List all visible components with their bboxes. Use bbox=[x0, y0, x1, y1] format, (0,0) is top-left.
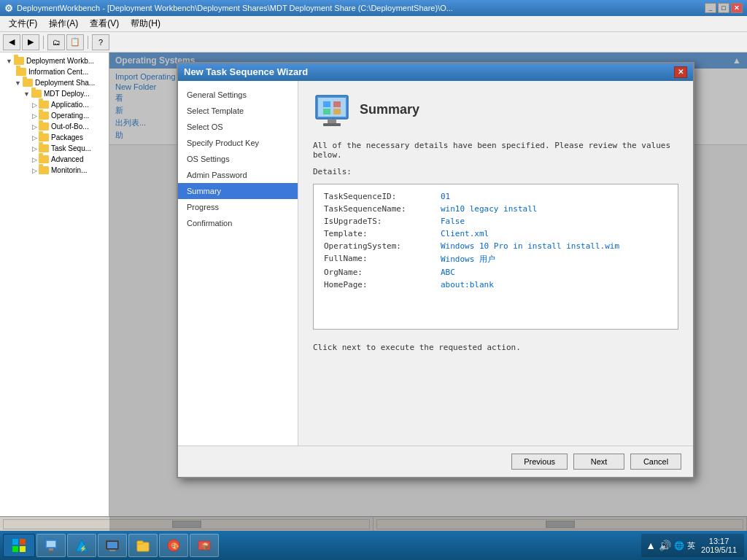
svg-text:📦: 📦 bbox=[201, 542, 210, 551]
summary-intro-text: All of the necessary details have been s… bbox=[313, 141, 678, 160]
pc-icon bbox=[313, 93, 348, 128]
detail-label-operating-system: OperatingSystem: bbox=[324, 241, 441, 251]
action2-button[interactable]: 📋 bbox=[66, 34, 84, 50]
back-button[interactable]: ◀ bbox=[3, 34, 20, 50]
window-title: DeploymentWorkbench - [Deployment Workbe… bbox=[17, 4, 705, 12]
wizard-nav-os-settings[interactable]: OS Settings bbox=[178, 151, 298, 167]
modal-overlay: New Task Sequence Wizard ✕ General Setti… bbox=[109, 52, 747, 531]
taskbar-app-1[interactable] bbox=[36, 534, 66, 557]
wizard-nav-progress[interactable]: Progress bbox=[178, 199, 298, 215]
tree-item-task-sequences[interactable]: ▷ Task Sequ... bbox=[0, 143, 109, 154]
wizard-nav-specify-product-key[interactable]: Specify Product Key bbox=[178, 135, 298, 151]
tree-item-deployment-shares[interactable]: ▼ Deployment Sha... bbox=[0, 77, 109, 88]
menu-file[interactable]: 文件(F) bbox=[3, 16, 43, 31]
tree-item-applications[interactable]: ▷ Applicatio... bbox=[0, 99, 109, 110]
start-button[interactable] bbox=[3, 534, 35, 557]
svg-rect-13 bbox=[47, 541, 55, 547]
detail-value-operating-system: Windows 10 Pro in install install.wim bbox=[441, 241, 619, 251]
detail-value-home-page: about:blank bbox=[441, 280, 494, 289]
maximize-button[interactable]: □ bbox=[718, 3, 729, 13]
tree-monitoring-label: Monitorin... bbox=[51, 166, 87, 174]
tree-operating-systems-label: Operating... bbox=[51, 112, 89, 120]
tray-network-icon[interactable]: 🌐 bbox=[674, 541, 684, 551]
detail-value-task-sequence-id: 01 bbox=[441, 192, 450, 201]
svg-rect-1 bbox=[318, 98, 346, 117]
help-button[interactable]: ? bbox=[92, 34, 109, 50]
tree-task-sequences-label: Task Sequ... bbox=[51, 144, 91, 152]
tree-advanced-label: Advanced bbox=[51, 155, 83, 163]
tree-root-label: Deployment Workb... bbox=[26, 57, 94, 65]
detail-row-template: Template: Client.xml bbox=[324, 229, 667, 238]
tree-item-advanced[interactable]: ▷ Advanced bbox=[0, 154, 109, 165]
forward-button[interactable]: ▶ bbox=[22, 34, 39, 50]
menu-view[interactable]: 查看(V) bbox=[84, 16, 125, 31]
close-button[interactable]: ✕ bbox=[731, 3, 743, 13]
detail-label-template: Template: bbox=[324, 229, 441, 238]
svg-rect-20 bbox=[109, 550, 115, 551]
tree-item-operating-systems[interactable]: ▷ Operating... bbox=[0, 110, 109, 121]
wizard-nav-confirmation[interactable]: Confirmation bbox=[178, 215, 298, 231]
detail-label-is-upgrade-ts: IsUpgradeTS: bbox=[324, 217, 441, 226]
menu-bar: 文件(F) 操作(A) 查看(V) 帮助(H) bbox=[0, 16, 747, 32]
taskbar-tray: ▲ 🔊 🌐 英 13:17 2019/5/11 bbox=[641, 534, 744, 557]
title-bar: ⚙ DeploymentWorkbench - [Deployment Work… bbox=[0, 0, 747, 16]
svg-rect-14 bbox=[49, 548, 53, 551]
taskbar-app-5[interactable]: 🎨 bbox=[159, 534, 188, 557]
next-button[interactable]: Next bbox=[573, 454, 624, 470]
details-label: Details: bbox=[313, 167, 678, 176]
wizard-nav-summary[interactable]: Summary bbox=[178, 183, 298, 199]
menu-help[interactable]: 帮助(H) bbox=[125, 16, 166, 31]
detail-label-org-name: OrgName: bbox=[324, 268, 441, 277]
detail-row-task-sequence-name: TaskSequenceName: win10 legacy install bbox=[324, 204, 667, 214]
svg-text:🎨: 🎨 bbox=[171, 542, 179, 551]
footer-text: Click next to execute the requested acti… bbox=[313, 343, 678, 352]
detail-label-task-sequence-id: TaskSequenceID: bbox=[324, 192, 441, 201]
clock-date: 2019/5/11 bbox=[701, 545, 737, 554]
tree-item-info-center[interactable]: Information Cent... bbox=[0, 66, 109, 77]
wizard-nav-admin-password[interactable]: Admin Password bbox=[178, 167, 298, 183]
tree-info-center-label: Information Cent... bbox=[28, 68, 88, 76]
tree-item-out-of-box[interactable]: ▷ Out-of-Bo... bbox=[0, 121, 109, 132]
taskbar-app-4[interactable] bbox=[128, 534, 158, 557]
wizard-dialog: New Task Sequence Wizard ✕ General Setti… bbox=[177, 62, 694, 478]
action1-button[interactable]: 🗂 bbox=[47, 34, 65, 50]
svg-rect-3 bbox=[323, 123, 341, 126]
app-icon: ⚙ bbox=[4, 3, 13, 14]
taskbar: ⚡ 🎨 📦 ▲ 🔊 🌐 英 13:17 2019 bbox=[0, 531, 747, 560]
svg-rect-6 bbox=[323, 109, 330, 114]
previous-button[interactable]: Previous bbox=[511, 454, 568, 470]
clock-time: 13:17 bbox=[701, 537, 737, 545]
detail-value-template: Client.xml bbox=[441, 229, 489, 238]
svg-rect-19 bbox=[107, 542, 117, 548]
main-layout: ▼ Deployment Workb... Information Cent..… bbox=[0, 52, 747, 531]
detail-label-full-name: FullName: bbox=[324, 254, 441, 265]
minimize-button[interactable]: _ bbox=[705, 3, 716, 13]
svg-rect-11 bbox=[20, 546, 26, 552]
tray-expand-icon[interactable]: ▲ bbox=[646, 540, 656, 551]
tree-item-monitoring[interactable]: ▷ Monitorin... bbox=[0, 165, 109, 176]
detail-row-home-page: HomePage: about:blank bbox=[324, 280, 667, 289]
svg-rect-8 bbox=[12, 539, 18, 545]
menu-action[interactable]: 操作(A) bbox=[43, 16, 84, 31]
detail-value-is-upgrade-ts: False bbox=[441, 217, 465, 226]
wizard-nav-select-os[interactable]: Select OS bbox=[178, 119, 298, 135]
taskbar-app-2[interactable]: ⚡ bbox=[67, 534, 96, 557]
tray-speaker-icon[interactable]: 🔊 bbox=[659, 540, 671, 551]
tray-lang-icon[interactable]: 英 bbox=[687, 540, 695, 551]
svg-rect-4 bbox=[323, 101, 330, 107]
wizard-nav-general-settings[interactable]: General Settings bbox=[178, 87, 298, 103]
tree-item-mdt-deploy[interactable]: ▼ MDT Deploy... bbox=[0, 88, 109, 99]
wizard-nav-select-template[interactable]: Select Template bbox=[178, 103, 298, 119]
taskbar-app-3[interactable] bbox=[98, 534, 127, 557]
clock-display[interactable]: 13:17 2019/5/11 bbox=[698, 535, 740, 556]
detail-row-full-name: FullName: Windows 用户 bbox=[324, 254, 667, 265]
cancel-button[interactable]: Cancel bbox=[630, 454, 681, 470]
wizard-content: Summary All of the necessary details hav… bbox=[298, 81, 693, 446]
taskbar-app-6[interactable]: 📦 bbox=[190, 534, 219, 557]
detail-row-is-upgrade-ts: IsUpgradeTS: False bbox=[324, 217, 667, 226]
tree-item-packages[interactable]: ▷ Packages bbox=[0, 132, 109, 143]
tree-root[interactable]: ▼ Deployment Workb... bbox=[0, 55, 109, 66]
wizard-close-button[interactable]: ✕ bbox=[674, 66, 687, 78]
svg-rect-5 bbox=[333, 101, 341, 107]
detail-row-task-sequence-id: TaskSequenceID: 01 bbox=[324, 192, 667, 201]
